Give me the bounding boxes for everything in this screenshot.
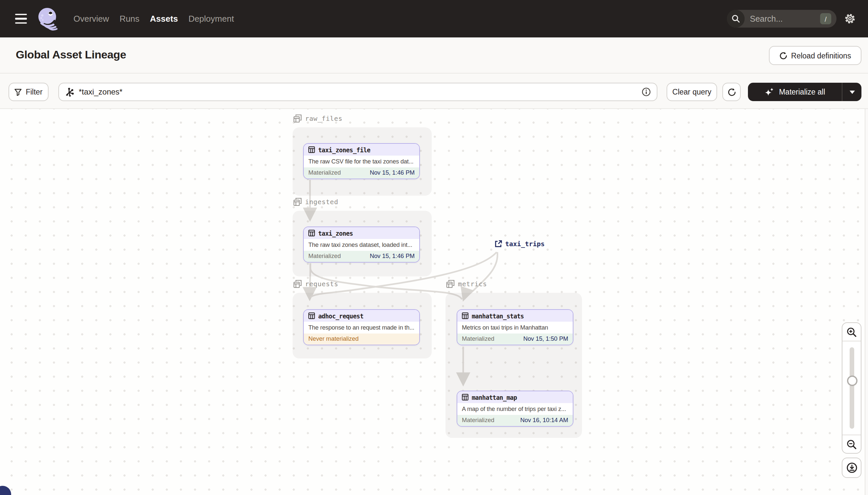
lineage-toolbar: Filter: [0, 73, 868, 109]
asset-query-input[interactable]: [79, 87, 637, 97]
group-label-raw-files[interactable]: raw_files: [293, 114, 342, 123]
group-label-text: raw_files: [305, 115, 342, 122]
query-info-icon[interactable]: [642, 87, 651, 97]
filter-label: Filter: [25, 88, 42, 96]
group-table-icon: [293, 198, 302, 206]
refresh-button[interactable]: [722, 83, 741, 101]
group-label-text: ingested: [305, 198, 338, 205]
table-icon: [308, 147, 315, 153]
settings-gear-icon[interactable]: [844, 13, 855, 24]
nav-item-overview[interactable]: Overview: [73, 14, 109, 24]
asset-status-row: Materialized Nov 15, 1:50 PM: [457, 333, 573, 345]
search-shortcut-badge: /: [820, 13, 831, 24]
asset-node-taxi-zones-file[interactable]: taxi_zones_file The raw CSV file for the…: [303, 143, 420, 179]
materialize-all-split-button: Materialize all: [748, 83, 862, 101]
zoom-slider-thumb[interactable]: [847, 376, 857, 386]
asset-status-row: Materialized Nov 15, 1:46 PM: [304, 167, 419, 178]
filter-funnel-icon: [14, 88, 22, 96]
clear-query-button[interactable]: Clear query: [667, 83, 717, 101]
materialize-options-button[interactable]: [842, 83, 862, 101]
zoom-slider[interactable]: [843, 341, 861, 435]
group-table-icon: [446, 280, 455, 288]
status-label: Materialized: [462, 417, 494, 424]
status-timestamp: Nov 15, 1:46 PM: [370, 253, 415, 260]
status-timestamp: Nov 16, 10:14 AM: [520, 417, 568, 424]
canvas-scrollbar[interactable]: [865, 109, 868, 495]
external-asset-label: taxi_trips: [505, 240, 545, 248]
chevron-down-icon: [849, 90, 854, 93]
dagster-logo-icon[interactable]: [37, 7, 60, 31]
status-label: Never materialized: [308, 336, 358, 342]
group-label-requests[interactable]: requests: [293, 280, 338, 288]
app-window: Overview Runs Assets Deployment Search..…: [0, 0, 868, 495]
asset-name: manhattan_map: [472, 394, 517, 401]
zoom-slider-track: [850, 347, 854, 429]
top-nav: Overview Runs Assets Deployment Search..…: [0, 0, 868, 37]
table-icon: [462, 394, 468, 400]
status-label: Materialized: [308, 253, 341, 260]
materialize-all-label: Materialize all: [779, 88, 825, 96]
asset-description: A map of the number of trips per taxi z.…: [457, 403, 573, 414]
table-icon: [308, 312, 315, 319]
asset-name: taxi_zones: [318, 229, 353, 237]
search-icon: [727, 10, 745, 28]
reload-icon: [779, 52, 787, 59]
group-label-ingested[interactable]: ingested: [293, 198, 338, 206]
asset-description: The response to an request made in th...: [304, 322, 419, 333]
lineage-canvas[interactable]: raw_files ingested requests metrics taxi…: [0, 109, 868, 495]
asset-node-taxi-zones[interactable]: taxi_zones The raw taxi zones dataset, l…: [303, 226, 420, 262]
external-asset-taxi-trips[interactable]: taxi_trips: [495, 240, 545, 248]
graph-query-icon: [65, 87, 74, 97]
refresh-icon: [727, 88, 736, 96]
asset-node-manhattan-map[interactable]: manhattan_map A map of the number of tri…: [457, 391, 573, 427]
zoom-panel: [842, 322, 862, 454]
lineage-edges: [0, 109, 868, 495]
nav-links: Overview Runs Assets Deployment: [73, 14, 234, 24]
group-label-text: requests: [305, 280, 338, 288]
asset-name: manhattan_stats: [472, 312, 524, 319]
status-timestamp: Nov 15, 1:50 PM: [523, 336, 568, 342]
table-icon: [308, 230, 315, 236]
asset-status-row: Never materialized: [304, 333, 419, 345]
status-label: Materialized: [462, 336, 494, 342]
asset-description: The raw CSV file for the taxi zones dat.…: [304, 156, 419, 167]
download-icon: [846, 462, 857, 473]
group-label-text: metrics: [458, 280, 487, 288]
zoom-in-button[interactable]: [843, 323, 861, 341]
asset-name: adhoc_request: [318, 312, 364, 319]
asset-node-adhoc-request[interactable]: adhoc_request The response to an request…: [303, 309, 420, 345]
sparkle-icon: [765, 87, 775, 97]
nav-item-runs[interactable]: Runs: [119, 14, 139, 24]
status-label: Materialized: [308, 170, 341, 176]
page-header: Global Asset Lineage Reload definitions: [0, 37, 868, 73]
group-table-icon: [293, 280, 302, 288]
asset-name: taxi_zones_file: [318, 146, 370, 153]
hamburger-menu-icon[interactable]: [15, 14, 27, 24]
reload-definitions-label: Reload definitions: [791, 52, 851, 59]
nav-item-deployment[interactable]: Deployment: [188, 14, 234, 24]
search-placeholder: Search...: [750, 14, 783, 23]
materialize-all-button[interactable]: Materialize all: [748, 87, 842, 97]
zoom-out-button[interactable]: [843, 435, 861, 453]
group-label-metrics[interactable]: metrics: [446, 280, 487, 288]
filter-button[interactable]: Filter: [8, 83, 49, 101]
asset-description: Metrics on taxi trips in Manhattan: [457, 322, 573, 333]
reload-definitions-button[interactable]: Reload definitions: [769, 46, 862, 65]
edge-taxi-trips-to-manhattan-stats: [464, 252, 497, 299]
zoom-out-icon: [846, 439, 857, 449]
asset-node-manhattan-stats[interactable]: manhattan_stats Metrics on taxi trips in…: [457, 309, 573, 345]
corner-badge: [0, 486, 11, 495]
search-input[interactable]: Search... /: [727, 10, 836, 28]
group-table-icon: [293, 114, 302, 123]
clear-query-label: Clear query: [672, 88, 711, 96]
zoom-in-icon: [846, 327, 857, 337]
table-icon: [462, 312, 468, 319]
page-title: Global Asset Lineage: [16, 49, 126, 62]
asset-status-row: Materialized Nov 15, 1:46 PM: [304, 251, 419, 262]
asset-status-row: Materialized Nov 16, 10:14 AM: [457, 414, 573, 426]
status-timestamp: Nov 15, 1:46 PM: [370, 170, 415, 176]
nav-item-assets[interactable]: Assets: [150, 14, 178, 24]
asset-query-box: [58, 83, 657, 101]
download-graph-button[interactable]: [842, 458, 862, 478]
asset-description: The raw taxi zones dataset, loaded int..…: [304, 239, 419, 251]
